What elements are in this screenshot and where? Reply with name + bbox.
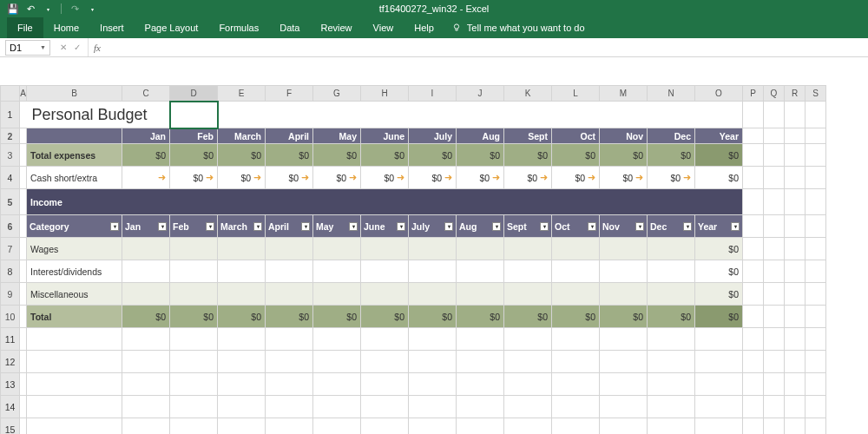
cell-value[interactable]: $0 <box>457 144 503 166</box>
undo-icon[interactable]: ↶ <box>24 3 36 15</box>
cell-value[interactable]: $0 <box>504 144 551 166</box>
cell-value[interactable]: $0 <box>170 306 217 327</box>
filter-dropdown-icon[interactable]: ▾ <box>444 222 453 231</box>
cell-value[interactable]: $0 <box>552 306 599 327</box>
col-header-l[interactable]: L <box>552 86 600 102</box>
row-header[interactable]: 10 <box>1 306 20 328</box>
filter-dropdown-icon[interactable]: ▾ <box>158 222 167 231</box>
tab-formulas[interactable]: Formulas <box>208 17 269 38</box>
cell-value[interactable]: $0 <box>218 144 265 166</box>
col-header-d[interactable]: D <box>170 86 218 102</box>
filter-dropdown-icon[interactable]: ▾ <box>492 222 501 231</box>
cell-value[interactable]: $0 <box>504 306 551 327</box>
row-header[interactable]: 14 <box>1 396 20 418</box>
cell-value[interactable]: $0 <box>122 306 169 327</box>
cell-value[interactable]: $0 <box>648 144 694 166</box>
col-header-f[interactable]: F <box>266 86 313 102</box>
filter-dropdown-icon[interactable]: ▾ <box>683 222 692 231</box>
redo-icon[interactable]: ↷ <box>69 3 81 15</box>
row-header[interactable]: 7 <box>1 238 20 260</box>
tab-insert[interactable]: Insert <box>89 17 135 38</box>
cell-value[interactable]: $0 <box>409 144 456 166</box>
cell-value[interactable]: $0 <box>695 260 742 282</box>
cell-value[interactable]: $0 <box>600 306 647 327</box>
col-header-k[interactable]: K <box>504 86 552 102</box>
col-header-c[interactable]: C <box>122 86 170 102</box>
filter-dropdown-icon[interactable]: ▾ <box>110 222 119 231</box>
save-icon[interactable]: 💾 <box>7 3 19 15</box>
filter-dropdown-icon[interactable]: ▾ <box>588 222 596 231</box>
row-header[interactable]: 12 <box>1 351 20 373</box>
col-header-o[interactable]: O <box>695 86 743 102</box>
tab-data[interactable]: Data <box>269 17 310 38</box>
confirm-icon[interactable]: ✓ <box>74 43 81 52</box>
cell-value[interactable]: $0 <box>695 144 742 166</box>
cell-value[interactable]: $0 <box>457 306 503 327</box>
cell-value[interactable]: $0 <box>600 144 647 166</box>
cell-value[interactable]: $0 <box>313 306 360 327</box>
col-header-g[interactable]: G <box>313 86 361 102</box>
row-header[interactable]: 4 <box>1 167 20 189</box>
filter-dropdown-icon[interactable]: ▾ <box>635 222 644 231</box>
cell-value[interactable]: $0 <box>695 306 742 327</box>
filter-dropdown-icon[interactable]: ▾ <box>540 222 549 231</box>
tab-page-layout[interactable]: Page Layout <box>135 17 209 38</box>
col-header-m[interactable]: M <box>600 86 648 102</box>
active-cell[interactable] <box>170 102 218 128</box>
col-header-j[interactable]: J <box>457 86 504 102</box>
filter-dropdown-icon[interactable]: ▾ <box>397 222 405 231</box>
tab-help[interactable]: Help <box>404 17 444 38</box>
col-header-s[interactable]: S <box>806 86 826 102</box>
row-header[interactable]: 15 <box>1 418 20 435</box>
filter-dropdown-icon[interactable]: ▾ <box>253 222 262 231</box>
cancel-icon[interactable]: ✕ <box>60 43 67 52</box>
cell-value[interactable]: $0 <box>170 144 217 166</box>
col-header-i[interactable]: I <box>409 86 457 102</box>
row-header[interactable]: 9 <box>1 283 20 306</box>
col-header-h[interactable]: H <box>361 86 409 102</box>
row-header[interactable]: 13 <box>1 373 20 396</box>
cell-value[interactable]: $0 <box>695 283 742 305</box>
cell-value[interactable]: $0 <box>648 306 694 327</box>
spreadsheet-grid[interactable]: A B C D E F G H I J K L M N O P Q R S 1 … <box>0 85 868 434</box>
filter-dropdown-icon[interactable]: ▾ <box>731 222 740 231</box>
col-header-p[interactable]: P <box>743 86 764 102</box>
col-header-r[interactable]: R <box>785 86 806 102</box>
filter-dropdown-icon[interactable]: ▾ <box>206 222 214 231</box>
row-header[interactable]: 2 <box>1 128 20 144</box>
cell-value[interactable]: $0 <box>266 144 312 166</box>
col-header-n[interactable]: N <box>648 86 695 102</box>
col-header-e[interactable]: E <box>218 86 266 102</box>
tab-file[interactable]: File <box>7 17 43 38</box>
col-header-q[interactable]: Q <box>764 86 785 102</box>
filter-dropdown-icon[interactable]: ▾ <box>349 222 358 231</box>
row-header[interactable]: 6 <box>1 215 20 238</box>
row-header[interactable]: 11 <box>1 328 20 351</box>
select-all-corner[interactable] <box>1 86 20 102</box>
chevron-down-icon[interactable]: ▼ <box>40 44 46 50</box>
row-header[interactable]: 5 <box>1 189 20 215</box>
cell-value[interactable]: $0 <box>266 306 312 327</box>
undo-dropdown-icon[interactable]: ▾ <box>42 3 54 15</box>
col-header-a[interactable]: A <box>20 86 27 102</box>
tab-view[interactable]: View <box>363 17 404 38</box>
qat-customize-icon[interactable]: ▾ <box>86 3 98 15</box>
tell-me-search[interactable]: Tell me what you want to do <box>451 23 585 33</box>
cell-value[interactable]: $0 <box>552 144 599 166</box>
col-header-b[interactable]: B <box>27 86 122 102</box>
fx-icon[interactable]: fx <box>89 43 106 53</box>
row-header[interactable]: 1 <box>1 102 20 128</box>
filter-dropdown-icon[interactable]: ▾ <box>301 222 310 231</box>
cell-value[interactable]: $0 <box>122 144 169 166</box>
formula-input[interactable] <box>106 38 868 56</box>
name-box[interactable]: D1 ▼ <box>5 40 50 56</box>
row-header[interactable]: 8 <box>1 260 20 283</box>
cell-value[interactable]: $0 <box>409 306 456 327</box>
cell-value[interactable]: $0 <box>361 144 408 166</box>
tab-home[interactable]: Home <box>43 17 89 38</box>
row-header[interactable]: 3 <box>1 144 20 167</box>
cell-value[interactable]: $0 <box>313 144 360 166</box>
cell-value[interactable]: $0 <box>695 238 742 260</box>
tab-review[interactable]: Review <box>310 17 362 38</box>
cell-value[interactable]: $0 <box>361 306 408 327</box>
